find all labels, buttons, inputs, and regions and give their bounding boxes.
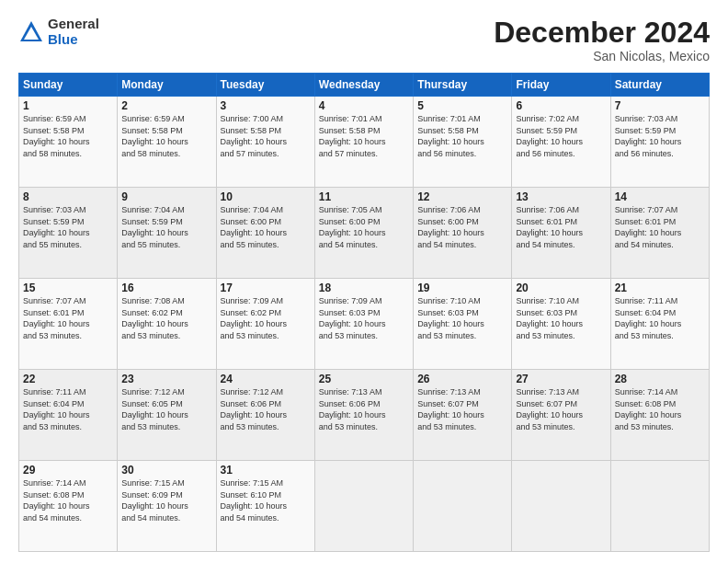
table-row: 14Sunrise: 7:07 AM Sunset: 6:01 PM Dayli… xyxy=(610,188,709,279)
day-number: 23 xyxy=(121,373,211,385)
day-info: Sunrise: 7:12 AM Sunset: 6:05 PM Dayligh… xyxy=(121,386,211,432)
table-row xyxy=(512,461,610,552)
table-row xyxy=(610,461,709,552)
day-info: Sunrise: 7:05 AM Sunset: 6:00 PM Dayligh… xyxy=(319,204,409,250)
table-row: 3Sunrise: 7:00 AM Sunset: 5:58 PM Daylig… xyxy=(216,97,314,188)
day-info: Sunrise: 7:03 AM Sunset: 5:59 PM Dayligh… xyxy=(615,113,705,159)
day-number: 20 xyxy=(516,282,606,294)
day-info: Sunrise: 7:07 AM Sunset: 6:01 PM Dayligh… xyxy=(23,295,113,341)
day-info: Sunrise: 7:13 AM Sunset: 6:06 PM Dayligh… xyxy=(319,386,409,432)
logo-blue-text: Blue xyxy=(48,31,78,47)
calendar-page: General Blue December 2024 San Nicolas, … xyxy=(0,0,728,563)
day-number: 10 xyxy=(221,190,311,203)
table-row: 8Sunrise: 7:03 AM Sunset: 5:59 PM Daylig… xyxy=(19,188,118,279)
table-row: 2Sunrise: 6:59 AM Sunset: 5:58 PM Daylig… xyxy=(118,97,216,188)
day-info: Sunrise: 7:13 AM Sunset: 6:07 PM Dayligh… xyxy=(516,386,606,432)
table-row: 16Sunrise: 7:08 AM Sunset: 6:02 PM Dayli… xyxy=(118,279,216,370)
table-row: 7Sunrise: 7:03 AM Sunset: 5:59 PM Daylig… xyxy=(610,97,709,188)
day-info: Sunrise: 7:04 AM Sunset: 6:00 PM Dayligh… xyxy=(221,204,311,250)
day-info: Sunrise: 7:06 AM Sunset: 6:00 PM Dayligh… xyxy=(417,204,507,250)
day-number: 27 xyxy=(516,373,606,385)
day-info: Sunrise: 7:08 AM Sunset: 6:02 PM Dayligh… xyxy=(121,295,211,341)
day-number: 19 xyxy=(417,282,507,294)
day-info: Sunrise: 7:09 AM Sunset: 6:02 PM Dayligh… xyxy=(221,295,311,341)
day-number: 24 xyxy=(221,373,311,385)
table-row: 26Sunrise: 7:13 AM Sunset: 6:07 PM Dayli… xyxy=(414,370,512,461)
day-info: Sunrise: 7:01 AM Sunset: 5:58 PM Dayligh… xyxy=(319,113,409,159)
table-row: 9Sunrise: 7:04 AM Sunset: 5:59 PM Daylig… xyxy=(118,188,216,279)
day-number: 28 xyxy=(615,373,705,385)
title-block: December 2024 San Nicolas, Mexico xyxy=(494,17,710,63)
day-info: Sunrise: 7:11 AM Sunset: 6:04 PM Dayligh… xyxy=(23,386,113,432)
calendar-subtitle: San Nicolas, Mexico xyxy=(494,49,710,63)
calendar-title: December 2024 xyxy=(494,17,710,49)
day-info: Sunrise: 7:10 AM Sunset: 6:03 PM Dayligh… xyxy=(417,295,507,341)
day-number: 21 xyxy=(615,282,705,294)
logo-general-text: General xyxy=(48,16,99,31)
day-number: 14 xyxy=(615,190,705,203)
day-number: 25 xyxy=(319,373,409,385)
day-number: 7 xyxy=(615,99,705,112)
day-info: Sunrise: 7:10 AM Sunset: 6:03 PM Dayligh… xyxy=(516,295,606,341)
table-row: 19Sunrise: 7:10 AM Sunset: 6:03 PM Dayli… xyxy=(414,279,512,370)
table-row: 20Sunrise: 7:10 AM Sunset: 6:03 PM Dayli… xyxy=(512,279,610,370)
logo-icon xyxy=(18,19,44,45)
day-info: Sunrise: 7:06 AM Sunset: 6:01 PM Dayligh… xyxy=(516,204,606,250)
table-row: 17Sunrise: 7:09 AM Sunset: 6:02 PM Dayli… xyxy=(216,279,314,370)
table-row: 10Sunrise: 7:04 AM Sunset: 6:00 PM Dayli… xyxy=(216,188,314,279)
table-row: 25Sunrise: 7:13 AM Sunset: 6:06 PM Dayli… xyxy=(314,370,413,461)
day-number: 1 xyxy=(23,99,113,112)
table-row: 23Sunrise: 7:12 AM Sunset: 6:05 PM Dayli… xyxy=(118,370,216,461)
day-info: Sunrise: 7:00 AM Sunset: 5:58 PM Dayligh… xyxy=(221,113,311,159)
calendar-week-row: 8Sunrise: 7:03 AM Sunset: 5:59 PM Daylig… xyxy=(19,188,710,279)
table-row: 5Sunrise: 7:01 AM Sunset: 5:58 PM Daylig… xyxy=(414,97,512,188)
day-info: Sunrise: 7:02 AM Sunset: 5:59 PM Dayligh… xyxy=(516,113,606,159)
col-wednesday: Wednesday xyxy=(314,74,413,97)
day-info: Sunrise: 7:14 AM Sunset: 6:08 PM Dayligh… xyxy=(615,386,705,432)
day-number: 12 xyxy=(417,190,507,203)
day-number: 5 xyxy=(417,99,507,112)
calendar-table: Sunday Monday Tuesday Wednesday Thursday… xyxy=(18,73,710,552)
table-row xyxy=(314,461,413,552)
table-row: 1Sunrise: 6:59 AM Sunset: 5:58 PM Daylig… xyxy=(19,97,118,188)
table-row: 24Sunrise: 7:12 AM Sunset: 6:06 PM Dayli… xyxy=(216,370,314,461)
day-info: Sunrise: 7:04 AM Sunset: 5:59 PM Dayligh… xyxy=(121,204,211,250)
col-friday: Friday xyxy=(512,74,610,97)
day-info: Sunrise: 7:01 AM Sunset: 5:58 PM Dayligh… xyxy=(417,113,507,159)
day-info: Sunrise: 7:09 AM Sunset: 6:03 PM Dayligh… xyxy=(319,295,409,341)
day-info: Sunrise: 6:59 AM Sunset: 5:58 PM Dayligh… xyxy=(121,113,211,159)
day-number: 17 xyxy=(221,282,311,294)
day-number: 26 xyxy=(417,373,507,385)
day-number: 6 xyxy=(516,99,606,112)
table-row: 28Sunrise: 7:14 AM Sunset: 6:08 PM Dayli… xyxy=(610,370,709,461)
day-info: Sunrise: 7:15 AM Sunset: 6:09 PM Dayligh… xyxy=(121,477,211,523)
day-number: 18 xyxy=(319,282,409,294)
day-number: 2 xyxy=(121,99,211,112)
day-number: 11 xyxy=(319,190,409,203)
table-row: 6Sunrise: 7:02 AM Sunset: 5:59 PM Daylig… xyxy=(512,97,610,188)
calendar-week-row: 29Sunrise: 7:14 AM Sunset: 6:08 PM Dayli… xyxy=(19,461,710,552)
day-number: 31 xyxy=(221,464,311,477)
day-number: 30 xyxy=(121,464,211,477)
header: General Blue December 2024 San Nicolas, … xyxy=(18,17,710,63)
day-number: 3 xyxy=(221,99,311,112)
day-info: Sunrise: 7:11 AM Sunset: 6:04 PM Dayligh… xyxy=(615,295,705,341)
col-monday: Monday xyxy=(118,74,216,97)
table-row: 13Sunrise: 7:06 AM Sunset: 6:01 PM Dayli… xyxy=(512,188,610,279)
table-row: 22Sunrise: 7:11 AM Sunset: 6:04 PM Dayli… xyxy=(19,370,118,461)
day-number: 4 xyxy=(319,99,409,112)
calendar-week-row: 22Sunrise: 7:11 AM Sunset: 6:04 PM Dayli… xyxy=(19,370,710,461)
table-row: 12Sunrise: 7:06 AM Sunset: 6:00 PM Dayli… xyxy=(414,188,512,279)
day-info: Sunrise: 7:14 AM Sunset: 6:08 PM Dayligh… xyxy=(23,477,113,523)
calendar-week-row: 1Sunrise: 6:59 AM Sunset: 5:58 PM Daylig… xyxy=(19,97,710,188)
table-row: 31Sunrise: 7:15 AM Sunset: 6:10 PM Dayli… xyxy=(216,461,314,552)
day-number: 9 xyxy=(121,190,211,203)
calendar-week-row: 15Sunrise: 7:07 AM Sunset: 6:01 PM Dayli… xyxy=(19,279,710,370)
col-sunday: Sunday xyxy=(19,74,118,97)
table-row: 30Sunrise: 7:15 AM Sunset: 6:09 PM Dayli… xyxy=(118,461,216,552)
calendar-header-row: Sunday Monday Tuesday Wednesday Thursday… xyxy=(19,74,710,97)
day-number: 13 xyxy=(516,190,606,203)
table-row: 4Sunrise: 7:01 AM Sunset: 5:58 PM Daylig… xyxy=(314,97,413,188)
day-info: Sunrise: 7:07 AM Sunset: 6:01 PM Dayligh… xyxy=(615,204,705,250)
day-info: Sunrise: 7:12 AM Sunset: 6:06 PM Dayligh… xyxy=(221,386,311,432)
